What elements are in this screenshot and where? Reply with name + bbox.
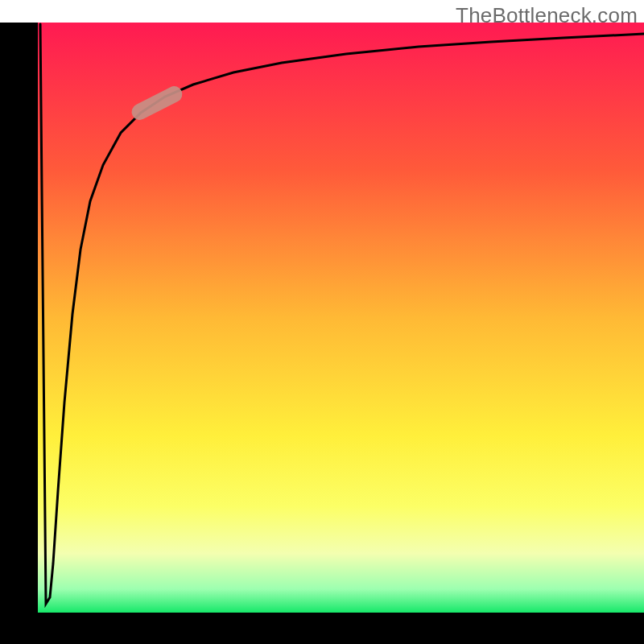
chart-stage: TheBottleneck.com bbox=[0, 0, 644, 644]
bottleneck-chart bbox=[0, 0, 644, 644]
watermark-label: TheBottleneck.com bbox=[456, 3, 638, 28]
chart-plot-area bbox=[38, 23, 644, 613]
